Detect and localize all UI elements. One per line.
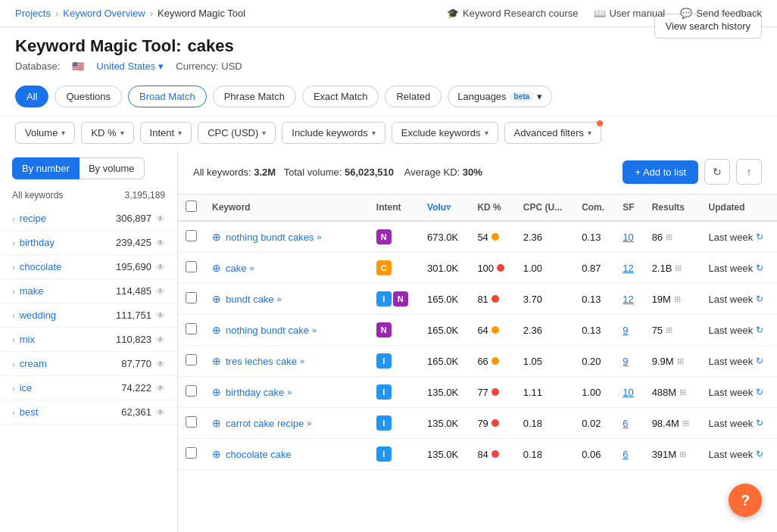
add-keyword-icon[interactable]: ⊕ xyxy=(212,324,221,336)
volume-column-header[interactable]: Volu▿ xyxy=(420,194,470,221)
select-all-checkbox[interactable] xyxy=(186,201,197,212)
updated-column-header[interactable]: Updated xyxy=(701,194,777,221)
list-item[interactable]: › recipe 306,897 👁 xyxy=(0,207,177,231)
tab-related[interactable]: Related xyxy=(385,86,442,107)
eye-icon[interactable]: 👁 xyxy=(156,334,165,345)
exclude-keywords-filter[interactable]: Exclude keywords ▾ xyxy=(392,122,498,144)
sf-column-header[interactable]: SF xyxy=(615,194,644,221)
keyword-arrows-icon[interactable]: » xyxy=(277,294,282,303)
keyword-link[interactable]: birthday cake xyxy=(226,387,284,398)
keyword-link[interactable]: nothing bundt cake xyxy=(226,325,309,336)
add-keyword-icon[interactable]: ⊕ xyxy=(212,231,221,243)
row-checkbox[interactable] xyxy=(186,447,197,459)
keyword-link[interactable]: tres leches cake xyxy=(226,356,297,367)
include-keywords-filter[interactable]: Include keywords ▾ xyxy=(282,122,385,144)
add-keyword-icon[interactable]: ⊕ xyxy=(212,448,221,460)
keyword-link[interactable]: carrot cake recipe xyxy=(226,418,304,429)
eye-icon[interactable]: 👁 xyxy=(156,213,165,224)
keyword-cell[interactable]: ⊕ carrot cake recipe » xyxy=(212,417,361,429)
kd-column-header[interactable]: KD % xyxy=(470,194,515,221)
eye-icon[interactable]: 👁 xyxy=(156,359,165,369)
results-column-header[interactable]: Results xyxy=(644,194,701,221)
keyword-cell[interactable]: ⊕ cake » xyxy=(212,262,361,274)
row-refresh-icon[interactable]: ↻ xyxy=(756,356,763,366)
keyword-arrows-icon[interactable]: » xyxy=(300,356,304,366)
row-refresh-icon[interactable]: ↻ xyxy=(756,232,763,242)
keyword-link[interactable]: cake xyxy=(226,263,246,274)
add-keyword-icon[interactable]: ⊕ xyxy=(212,293,221,305)
export-button[interactable]: ↑ xyxy=(736,159,762,185)
help-button[interactable]: ? xyxy=(729,484,762,517)
row-checkbox[interactable] xyxy=(186,292,197,303)
keyword-link[interactable]: chocolate cake xyxy=(226,449,292,460)
list-item[interactable]: › cream 87,770 👁 xyxy=(0,352,177,376)
sort-by-volume-button[interactable]: By volume xyxy=(80,157,145,179)
user-manual-link[interactable]: 📖 User manual xyxy=(594,8,666,19)
keyword-cell[interactable]: ⊕ nothing bundt cakes » xyxy=(212,231,361,243)
keyword-cell[interactable]: ⊕ bundt cake » xyxy=(212,293,361,305)
languages-button[interactable]: Languages beta ▾ xyxy=(448,86,552,107)
tab-exact-match[interactable]: Exact Match xyxy=(302,86,379,107)
row-checkbox[interactable] xyxy=(186,416,197,428)
keyword-arrows-icon[interactable]: » xyxy=(317,232,321,241)
advanced-filters-button[interactable]: Advanced filters ▾ xyxy=(504,122,602,144)
row-checkbox[interactable] xyxy=(186,385,197,397)
kd-filter[interactable]: KD % ▾ xyxy=(81,122,133,144)
send-feedback-link[interactable]: 💬 Send feedback xyxy=(680,8,762,19)
row-checkbox[interactable] xyxy=(186,354,197,366)
row-refresh-icon[interactable]: ↻ xyxy=(756,387,763,397)
keyword-arrows-icon[interactable]: » xyxy=(312,325,317,334)
tab-phrase-match[interactable]: Phrase Match xyxy=(213,86,296,107)
row-checkbox[interactable] xyxy=(186,261,197,272)
add-keyword-icon[interactable]: ⊕ xyxy=(212,262,221,274)
tab-broad-match[interactable]: Broad Match xyxy=(128,86,207,107)
row-refresh-icon[interactable]: ↻ xyxy=(756,418,763,428)
sort-by-number-button[interactable]: By number xyxy=(12,157,80,179)
list-item[interactable]: › best 62,361 👁 xyxy=(0,400,177,425)
add-keyword-icon[interactable]: ⊕ xyxy=(212,386,221,398)
com-column-header[interactable]: Com. xyxy=(574,194,615,221)
keyword-link[interactable]: bundt cake xyxy=(226,294,274,305)
refresh-button[interactable]: ↻ xyxy=(704,159,730,185)
row-checkbox[interactable] xyxy=(186,230,197,241)
list-item[interactable]: › ice 74,222 👁 xyxy=(0,376,177,400)
keyword-arrows-icon[interactable]: » xyxy=(287,387,292,397)
cpc-filter[interactable]: CPC (USD) ▾ xyxy=(198,122,276,144)
keyword-cell[interactable]: ⊕ nothing bundt cake » xyxy=(212,324,361,336)
database-select[interactable]: United States ▾ xyxy=(96,61,164,72)
keyword-column-header[interactable]: Keyword xyxy=(204,194,369,221)
eye-icon[interactable]: 👁 xyxy=(156,262,165,272)
eye-icon[interactable]: 👁 xyxy=(156,407,165,418)
tab-all[interactable]: All xyxy=(15,86,48,107)
eye-icon[interactable]: 👁 xyxy=(156,383,165,394)
list-item[interactable]: › mix 110,823 👁 xyxy=(0,328,177,352)
list-item[interactable]: › wedding 111,751 👁 xyxy=(0,303,177,328)
row-checkbox[interactable] xyxy=(186,323,197,334)
keyword-cell[interactable]: ⊕ birthday cake » xyxy=(212,386,361,398)
list-item[interactable]: › birthday 239,425 👁 xyxy=(0,231,177,255)
volume-filter[interactable]: Volume ▾ xyxy=(15,122,75,144)
add-keyword-icon[interactable]: ⊕ xyxy=(212,355,221,367)
keyword-cell[interactable]: ⊕ tres leches cake » xyxy=(212,355,361,367)
intent-filter[interactable]: Intent ▾ xyxy=(140,122,192,144)
eye-icon[interactable]: 👁 xyxy=(156,286,165,297)
list-item[interactable]: › make 114,485 👁 xyxy=(0,279,177,303)
row-refresh-icon[interactable]: ↻ xyxy=(756,263,763,273)
keyword-arrows-icon[interactable]: » xyxy=(307,418,311,428)
list-item[interactable]: › chocolate 195,690 👁 xyxy=(0,255,177,279)
breadcrumb-keyword-overview[interactable]: Keyword Overview xyxy=(63,8,145,19)
keyword-research-course-link[interactable]: 🎓 Keyword Research course xyxy=(447,8,578,19)
add-to-list-button[interactable]: + Add to list xyxy=(623,160,698,184)
eye-icon[interactable]: 👁 xyxy=(156,238,165,248)
select-all-header[interactable] xyxy=(178,194,204,221)
keyword-link[interactable]: nothing bundt cakes xyxy=(226,232,314,243)
cpc-column-header[interactable]: CPC (U... xyxy=(516,194,574,221)
add-keyword-icon[interactable]: ⊕ xyxy=(212,417,221,429)
eye-icon[interactable]: 👁 xyxy=(156,310,165,321)
row-refresh-icon[interactable]: ↻ xyxy=(756,294,763,304)
row-refresh-icon[interactable]: ↻ xyxy=(756,449,763,459)
keyword-arrows-icon[interactable]: » xyxy=(249,263,254,272)
tab-questions[interactable]: Questions xyxy=(55,86,122,107)
keyword-cell[interactable]: ⊕ chocolate cake xyxy=(212,448,361,460)
row-refresh-icon[interactable]: ↻ xyxy=(756,325,763,335)
